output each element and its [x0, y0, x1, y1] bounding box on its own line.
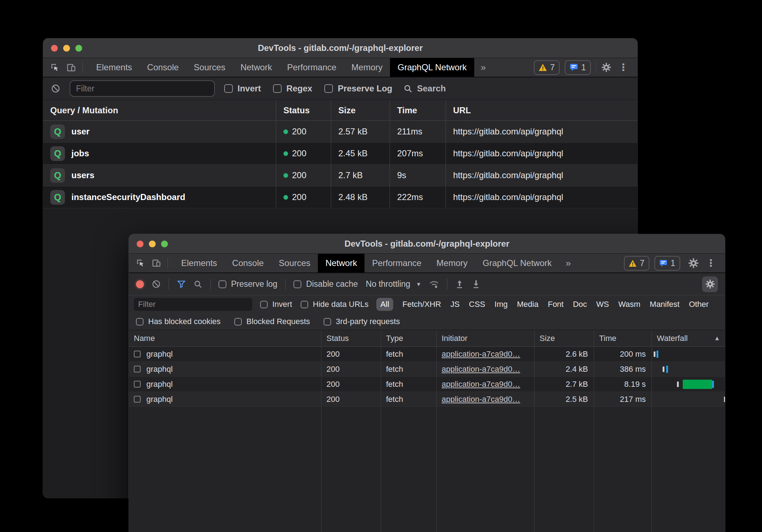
tab-sources[interactable]: Sources [186, 58, 233, 77]
export-har-icon[interactable] [472, 280, 480, 289]
column-header-size[interactable]: Size [534, 330, 594, 346]
column-header-time[interactable]: Time [594, 330, 652, 346]
table-row[interactable]: Qjobs2002.45 kB207mshttps://gitlab.com/a… [43, 143, 638, 165]
filter-funnel-icon[interactable] [177, 280, 186, 289]
3rd-party-requests-checkbox[interactable] [324, 318, 331, 326]
initiator-link[interactable]: application-a7ca9d0… [442, 365, 520, 374]
has-blocked-cookies-checkbox[interactable] [136, 318, 144, 326]
import-har-icon[interactable] [455, 280, 464, 289]
column-header-url[interactable]: URL [446, 100, 638, 120]
more-options-menu-icon[interactable]: ⋮ [616, 63, 630, 72]
preserve-log-checkbox[interactable] [324, 84, 333, 93]
type-filter-ws[interactable]: WS [596, 300, 609, 309]
warnings-badge[interactable]: 7 [534, 60, 560, 75]
column-header-status[interactable]: Status [321, 330, 381, 346]
tab-network[interactable]: Network [318, 254, 364, 272]
column-header-query-mutation[interactable]: Query / Mutation [43, 100, 276, 120]
titlebar[interactable]: DevTools - gitlab.com/-/graphql-explorer [129, 234, 725, 254]
tab-graphql-network[interactable]: GraphQL Network [390, 58, 474, 77]
more-tabs-chevron-icon[interactable]: » [474, 58, 492, 77]
search-toggle[interactable]: Search [404, 84, 446, 94]
tab-console[interactable]: Console [140, 58, 186, 77]
row-checkbox[interactable] [134, 351, 141, 357]
tab-performance[interactable]: Performance [364, 254, 429, 272]
column-header-status[interactable]: Status [276, 100, 331, 120]
type-filter-fetch-xhr[interactable]: Fetch/XHR [403, 300, 441, 309]
tab-elements[interactable]: Elements [89, 58, 140, 77]
invert-checkbox[interactable] [224, 84, 233, 93]
disable-cache-checkbox[interactable] [293, 280, 301, 288]
throttling-dropdown[interactable]: No throttling ▼ [366, 279, 422, 289]
regex-checkbox[interactable] [273, 84, 282, 93]
tab-performance[interactable]: Performance [279, 58, 344, 77]
tab-memory[interactable]: Memory [429, 254, 475, 272]
3rd-party-requests-checkbox-group[interactable]: 3rd-party requests [324, 317, 400, 326]
initiator-link[interactable]: application-a7ca9d0… [442, 380, 520, 389]
disable-cache-checkbox-group[interactable]: Disable cache [293, 279, 358, 289]
row-checkbox[interactable] [134, 366, 141, 372]
inspect-element-icon[interactable] [50, 63, 60, 72]
type-filter-wasm[interactable]: Wasm [618, 300, 641, 309]
more-options-menu-icon[interactable]: ⋮ [704, 258, 718, 268]
tab-sources[interactable]: Sources [271, 254, 318, 272]
preserve-log-checkbox[interactable] [218, 280, 226, 288]
more-tabs-chevron-icon[interactable]: » [559, 254, 577, 272]
table-row[interactable]: Qusers2002.7 kB9shttps://gitlab.com/api/… [43, 165, 638, 186]
network-settings-gear-icon[interactable] [702, 276, 718, 292]
network-conditions-icon[interactable] [429, 280, 439, 289]
titlebar[interactable]: DevTools - gitlab.com/-/graphql-explorer [43, 38, 638, 58]
row-checkbox[interactable] [134, 381, 141, 388]
record-network-log-button[interactable] [136, 280, 144, 288]
type-filter-font[interactable]: Font [548, 300, 564, 309]
warnings-badge[interactable]: 7 [624, 256, 649, 271]
hide-data-urls-checkbox[interactable] [301, 301, 308, 308]
type-filter-media[interactable]: Media [517, 300, 538, 309]
filter-input[interactable] [70, 80, 215, 97]
blocked-requests-checkbox[interactable] [234, 318, 242, 326]
tab-elements[interactable]: Elements [174, 254, 225, 272]
initiator-link[interactable]: application-a7ca9d0… [442, 395, 520, 404]
column-header-size[interactable]: Size [331, 100, 390, 120]
table-row[interactable]: graphql200fetchapplication-a7ca9d0…2.4 k… [129, 362, 725, 377]
type-filter-css[interactable]: CSS [469, 300, 485, 309]
column-header-type[interactable]: Type [381, 330, 436, 346]
device-toolbar-icon[interactable] [66, 63, 76, 72]
tab-network[interactable]: Network [233, 58, 279, 77]
settings-gear-icon[interactable] [601, 62, 611, 72]
preserve-log-checkbox-group[interactable]: Preserve log [218, 279, 277, 289]
table-row[interactable]: graphql200fetchapplication-a7ca9d0…2.7 k… [129, 377, 725, 392]
table-row[interactable]: Quser2002.57 kB211mshttps://gitlab.com/a… [43, 121, 638, 143]
type-filter-js[interactable]: JS [450, 300, 460, 309]
blocked-requests-checkbox-group[interactable]: Blocked Requests [234, 317, 310, 326]
type-filter-other[interactable]: Other [689, 300, 709, 309]
tab-memory[interactable]: Memory [344, 58, 390, 77]
initiator-link[interactable]: application-a7ca9d0… [442, 350, 520, 359]
has-blocked-cookies-checkbox-group[interactable]: Has blocked cookies [136, 317, 221, 326]
clear-icon[interactable] [51, 84, 60, 93]
settings-gear-icon[interactable] [688, 258, 699, 269]
tab-graphql-network[interactable]: GraphQL Network [475, 254, 559, 272]
table-row[interactable]: QinstanceSecurityDashboard2002.48 kB222m… [43, 186, 638, 208]
type-filter-doc[interactable]: Doc [573, 300, 587, 309]
hide-data-urls-checkbox-group[interactable]: Hide data URLs [301, 300, 368, 309]
invert-checkbox[interactable] [260, 301, 268, 308]
table-row[interactable]: graphql200fetchapplication-a7ca9d0…2.6 k… [129, 347, 725, 362]
invert-checkbox-group[interactable]: Invert [224, 84, 261, 94]
column-header-name[interactable]: Name [129, 330, 321, 346]
column-header-waterfall[interactable]: Waterfall▲ [652, 330, 725, 346]
regex-checkbox-group[interactable]: Regex [273, 84, 312, 94]
issues-badge[interactable]: 1 [654, 256, 680, 271]
invert-checkbox-group[interactable]: Invert [260, 300, 292, 309]
preserve-log-checkbox-group[interactable]: Preserve Log [324, 84, 392, 94]
type-filter-all[interactable]: All [376, 298, 393, 311]
issues-badge[interactable]: 1 [565, 60, 591, 75]
search-icon[interactable] [194, 280, 202, 289]
table-row[interactable]: graphql200fetchapplication-a7ca9d0…2.5 k… [129, 392, 725, 407]
device-toolbar-icon[interactable] [152, 258, 161, 268]
filter-input[interactable] [134, 298, 252, 311]
column-header-initiator[interactable]: Initiator [436, 330, 534, 346]
row-checkbox[interactable] [134, 396, 141, 403]
clear-icon[interactable] [152, 280, 161, 289]
inspect-element-icon[interactable] [136, 258, 145, 268]
column-header-time[interactable]: Time [390, 100, 446, 120]
